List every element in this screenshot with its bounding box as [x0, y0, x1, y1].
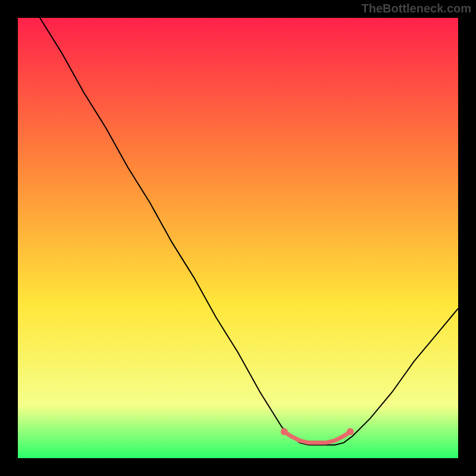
marker-dot: [347, 428, 354, 436]
watermark-text: TheBottleneck.com: [362, 2, 471, 15]
marker-dot: [281, 428, 288, 436]
bottleneck-chart: [18, 18, 458, 458]
chart-container: [18, 18, 458, 458]
